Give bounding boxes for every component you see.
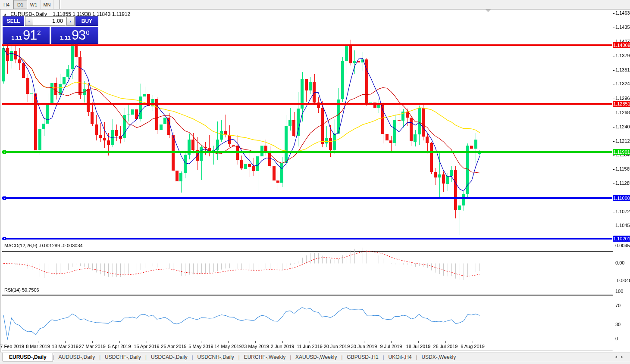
macd-axis-zero: 0.00 (615, 260, 624, 265)
date-tick-mark (337, 341, 337, 343)
timeframe-button-w1[interactable]: W1 (27, 0, 41, 9)
date-tick-label: 15 Apr 2019 (134, 344, 159, 349)
axis-tick-mark (613, 141, 614, 142)
chart-tab-gbpusdh1[interactable]: GBPUSD-,H1 (342, 353, 382, 361)
date-tick-label: 25 Apr 2019 (161, 344, 186, 349)
sell-price-quote[interactable]: 1.11 91 2 (3, 27, 50, 44)
sell-button[interactable]: SELL (3, 16, 24, 26)
axis-tick-mark (613, 212, 614, 212)
axis-tick-mark (613, 99, 614, 99)
chart-tab-usdxweekly[interactable]: USDX-,Weekly (417, 353, 460, 361)
hline-price-chip: 1.12851 (613, 101, 630, 107)
date-tick-mark (38, 341, 38, 343)
axis-tick-mark (613, 127, 614, 128)
macd-axis-max: 0.004517 (615, 243, 630, 248)
date-tick-mark (65, 341, 66, 343)
date-tick-label: 23 May 2019 (241, 344, 269, 349)
date-tick-label: 2 Jun 2019 (271, 344, 294, 349)
price-tick-label: 1.10450 (615, 223, 630, 228)
rsi-axis-tick: 100 (615, 289, 623, 294)
date-tick-label: 28 Jul 2019 (433, 344, 458, 349)
sell-price-big: 91 (23, 28, 37, 43)
axis-tick-mark (613, 70, 614, 71)
axis-tick-mark (613, 28, 614, 28)
date-tick-mark (228, 341, 229, 343)
symbol-triangle-icon: ▲ (3, 12, 7, 16)
chart-tab-usdchfdaily[interactable]: USDCHF-,Daily (100, 353, 145, 361)
date-tick-mark (473, 341, 473, 343)
timeframe-button-d1[interactable]: D1 (13, 0, 27, 9)
price-tick-label: 1.12960 (615, 96, 630, 101)
macd-canvas[interactable] (2, 242, 612, 285)
date-tick-mark (418, 341, 419, 343)
date-tick-mark (147, 341, 147, 343)
volume-increase-button[interactable]: ▲ (66, 16, 74, 26)
price-tick-label: 1.13240 (615, 81, 630, 86)
macd-axis-min: -0.004806 (615, 278, 630, 283)
date-tick-mark (445, 341, 446, 343)
timeframe-button-mn[interactable]: MN (41, 0, 54, 9)
rsi-canvas[interactable] (2, 286, 612, 341)
rsi-axis-tick: 70 (615, 303, 621, 308)
date-tick-label: 5 May 2019 (188, 344, 213, 349)
timeframe-toolbar: H4D1W1MN (0, 0, 630, 9)
sell-price-pip: 2 (37, 29, 41, 36)
chart-tab-ukoilh4[interactable]: UKOil-,H4 (384, 353, 416, 361)
axis-tick-mark (613, 155, 614, 156)
date-tick-label: 27 Feb 2019 (0, 344, 24, 349)
volume-input[interactable]: 1.00 (33, 16, 66, 26)
sell-price-base: 1.11 (11, 34, 22, 41)
price-tick-label: 1.14355 (615, 25, 630, 30)
date-tick-label: 20 Jun 2019 (324, 344, 350, 349)
date-tick-mark (310, 341, 310, 343)
date-tick-label: 9 Jul 2019 (380, 344, 402, 349)
tab-scroll-right-icon[interactable]: ▸ (621, 355, 627, 359)
price-tick-label: 1.12680 (615, 110, 630, 115)
price-tick-label: 1.13515 (615, 67, 630, 72)
macd-label: MACD(12,26,9) -0.001289 -0.003034 (4, 243, 83, 248)
chevron-up-icon: ▲ (69, 20, 72, 23)
chevron-down-icon: ▼ (28, 20, 31, 23)
chart-tab-audusddaily[interactable]: AUDUSD-,Daily (54, 353, 100, 361)
date-tick-label: 14 May 2019 (214, 344, 242, 349)
price-tick-label: 1.11565 (615, 166, 630, 171)
price-tick-label: 1.12400 (615, 124, 630, 129)
axis-tick-mark (613, 13, 614, 14)
axis-tick-mark (613, 113, 614, 113)
date-tick-mark (391, 341, 392, 343)
axis-tick-mark (613, 56, 614, 56)
axis-tick-mark (613, 84, 614, 84)
date-tick-mark (119, 341, 120, 343)
status-strip (0, 362, 630, 364)
toolbar-separator (59, 0, 61, 9)
chart-tab-xauusdweekly[interactable]: XAUUSD-,Weekly (291, 353, 341, 361)
date-tick-mark (174, 341, 174, 343)
chart-tab-eurchfweekly[interactable]: EURCHF-,Weekly (240, 353, 290, 361)
chart-tab-usdcaddaily[interactable]: USDCAD-,Daily (147, 353, 192, 361)
tab-scroll-left-icon[interactable]: ◂ (615, 355, 621, 359)
volume-decrease-button[interactable]: ▼ (25, 16, 33, 26)
chart-tab-eurusddaily[interactable]: EURUSD-,Daily (3, 353, 53, 361)
axis-tick-mark (613, 169, 614, 170)
date-tick-label: 6 Aug 2019 (461, 344, 485, 349)
date-tick-label: 30 Jun 2019 (351, 344, 377, 349)
hline-price-chip: 1.11901 (613, 149, 630, 155)
tab-scroll-arrows[interactable]: ◂▸ (615, 355, 627, 359)
date-tick-mark (282, 341, 283, 343)
date-tick-label: 18 Jul 2019 (406, 344, 431, 349)
date-tick-label: 11 Jun 2019 (297, 344, 323, 349)
timeframe-button-h4[interactable]: H4 (0, 0, 13, 9)
buy-price-quote[interactable]: 1.11 93 0 (51, 27, 98, 44)
rsi-axis-tick: 30 (615, 322, 621, 327)
main-chart-canvas[interactable] (2, 10, 612, 240)
buy-button[interactable]: BUY (75, 16, 98, 26)
rsi-axis-tick: 0 (615, 336, 618, 341)
buy-price-base: 1.11 (60, 34, 71, 41)
chart-tab-usdcnhdaily[interactable]: USDCNH-,Daily (193, 353, 238, 361)
price-tick-label: 1.14635 (615, 10, 630, 16)
chart-shift-marker-icon[interactable] (486, 9, 491, 12)
buy-price-pip: 0 (86, 29, 89, 36)
date-tick-label: 8 Mar 2019 (26, 344, 50, 349)
date-tick-label: 27 Mar 2019 (79, 344, 106, 349)
axis-tick-mark (613, 184, 614, 184)
